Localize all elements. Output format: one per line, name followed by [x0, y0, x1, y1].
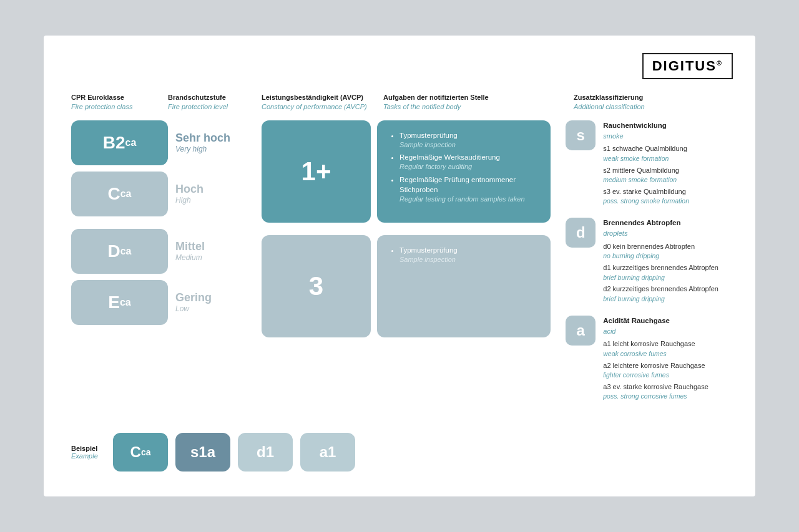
col1-title: CPR Euroklasse	[71, 94, 124, 101]
level-sub-3: Medium	[175, 253, 262, 262]
acid-badge: a	[566, 316, 596, 346]
level-gering: Gering Low	[168, 280, 262, 325]
example-box-d1: d1	[238, 433, 293, 472]
levels-column: Sehr hoch Very high Hoch High Mittel Med…	[168, 120, 262, 337]
col2-title: Brandschutzstufe	[168, 94, 226, 101]
task-item-4: Typmusterprüfung Sample inspection	[400, 245, 539, 264]
left-panel: B2ca Cca Dca Eca	[71, 120, 371, 337]
level-sub-1: Very high	[175, 145, 262, 153]
droplets-desc: Brennendes Abtropfen droplets d0 kein br…	[603, 218, 718, 306]
avcp-top-value: 1+	[301, 157, 331, 186]
level-name-1: Sehr hoch	[175, 132, 262, 145]
smoke-title-italic: smoke	[603, 131, 689, 142]
col1-sub: Fire protection class	[71, 102, 168, 112]
avcp-bottom-value: 3	[309, 271, 323, 301]
level-mittel: Mittel Medium	[168, 229, 262, 274]
main-card: DIGITUS® CPR Euroklasse Fire protection …	[44, 36, 755, 496]
acid-entry-3: a3 ev. starke korrosive Rauchgase poss. …	[603, 382, 708, 402]
tasks-box-top: Typmusterprüfung Sample inspection Regel…	[377, 120, 551, 223]
avcp-bottom: 3	[262, 235, 371, 337]
logo-text: DIGITUS	[652, 58, 717, 74]
example-box-s1a: s1a	[175, 433, 230, 472]
col-header-4: Aufgaben der notifizierten Stelle Tasks …	[383, 93, 574, 112]
task-item-2: Regelmäßige Werksauditierung Regular fac…	[400, 152, 539, 172]
droplets-badge: d	[566, 218, 596, 248]
acid-title: Acidität Rauchgase	[603, 317, 670, 324]
avcp-top: 1+	[262, 120, 371, 223]
droplets-section: d Brennendes Abtropfen droplets d0 kein …	[566, 218, 728, 306]
logo-sup: ®	[717, 59, 723, 67]
example-box-cca: Cca	[113, 433, 168, 472]
level-name-4: Gering	[175, 291, 262, 304]
example-box-a1: a1	[300, 433, 355, 472]
droplets-title: Brennendes Abtropfen	[603, 219, 680, 226]
tasks-list-top: Typmusterprüfung Sample inspection Regel…	[388, 130, 539, 205]
smoke-section: s Rauchentwicklung smoke s1 schwache Qua…	[566, 120, 728, 208]
droplets-entry-2: d1 kurzzeitiges brennendes Abtropfen bri…	[603, 263, 718, 283]
level-hoch: Hoch High	[168, 172, 262, 216]
example-row: Beispiel Example Cca s1a d1 a1	[71, 433, 728, 472]
level-name-3: Mittel	[175, 240, 262, 253]
col-header-2: Brandschutzstufe Fire protection level	[168, 93, 262, 112]
col5-title: Zusatzklassifizierung	[574, 94, 643, 101]
task-item-1: Typmusterprüfung Sample inspection	[400, 130, 539, 150]
col-header-5: Zusatzklassifizierung Additional classif…	[574, 93, 711, 112]
level-sehr-hoch: Sehr hoch Very high	[168, 120, 262, 165]
droplets-entry-1: d0 kein brennendes Abtropfen no burning …	[603, 241, 718, 261]
col5-sub: Additional classification	[574, 102, 711, 112]
smoke-entry-2: s2 mittlere Qualmbildung medium smoke fo…	[603, 165, 689, 185]
droplets-title-italic: droplets	[603, 228, 718, 239]
col-header-3: Leistungsbeständigkeit (AVCP) Constancy …	[262, 93, 383, 112]
acid-title-italic: acid	[603, 326, 708, 337]
class-dca: Dca	[71, 229, 168, 274]
smoke-entry-3: s3 ev. starke Qualmbildung poss. strong …	[603, 186, 689, 206]
class-eca: Eca	[71, 280, 168, 325]
col4-sub: Tasks of the notified body	[383, 102, 574, 112]
col-header-1: CPR Euroklasse Fire protection class	[71, 93, 168, 112]
level-sub-4: Low	[175, 304, 262, 313]
logo: DIGITUS®	[642, 53, 733, 79]
level-name-2: Hoch	[175, 183, 262, 196]
acid-entry-2: a2 leichtere korrosive Rauchgase lighter…	[603, 360, 708, 380]
col3-title: Leistungsbeständigkeit (AVCP)	[262, 94, 363, 101]
main-content: B2ca Cca Dca Eca	[71, 120, 728, 414]
column-headers: CPR Euroklasse Fire protection class Bra…	[71, 93, 728, 112]
example-label: Beispiel Example	[71, 445, 105, 460]
acid-section: a Acidität Rauchgase acid a1 leicht korr…	[566, 316, 728, 404]
smoke-badge: s	[566, 120, 596, 150]
acid-desc: Acidität Rauchgase acid a1 leicht korros…	[603, 316, 708, 404]
right-panel: s Rauchentwicklung smoke s1 schwache Qua…	[566, 120, 728, 414]
task-item-3: Regelmäßige Prüfung entnommener Stichpro…	[400, 175, 539, 205]
smoke-title: Rauchentwicklung	[603, 122, 667, 129]
class-b2ca: B2ca	[71, 120, 168, 165]
col4-title: Aufgaben der notifizierten Stelle	[383, 94, 489, 101]
col3-sub: Constancy of performance (AVCP)	[262, 102, 383, 112]
tasks-list-bottom: Typmusterprüfung Sample inspection	[388, 245, 539, 264]
smoke-entry-1: s1 schwache Qualmbildung weak smoke form…	[603, 143, 689, 163]
avcp-column: 1+ 3	[262, 120, 371, 337]
smoke-desc: Rauchentwicklung smoke s1 schwache Qualm…	[603, 120, 689, 208]
tasks-column: Typmusterprüfung Sample inspection Regel…	[377, 120, 551, 337]
droplets-entry-3: d2 kurzzeitiges brennendes Abtropfen bri…	[603, 284, 718, 304]
level-sub-2: High	[175, 196, 262, 205]
col2-sub: Fire protection level	[168, 102, 262, 112]
classes-column: B2ca Cca Dca Eca	[71, 120, 168, 337]
tasks-box-bottom: Typmusterprüfung Sample inspection	[377, 235, 551, 337]
class-cca: Cca	[71, 172, 168, 216]
acid-entry-1: a1 leicht korrosive Rauchgase weak corro…	[603, 339, 708, 359]
